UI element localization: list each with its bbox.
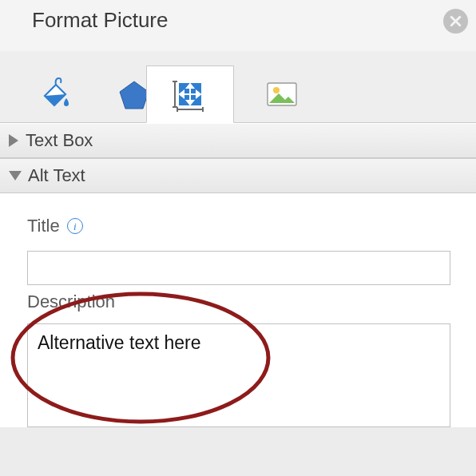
size-arrows-icon xyxy=(173,77,208,112)
section-alttext-label: Alt Text xyxy=(28,165,85,186)
fill-line-tab[interactable] xyxy=(12,65,96,123)
alttext-description-label: Description xyxy=(27,292,450,312)
picture-tab[interactable] xyxy=(240,65,323,123)
section-textbox-label: Text Box xyxy=(26,130,93,151)
paint-bucket-icon xyxy=(37,77,72,112)
panel-header: Format Picture xyxy=(0,0,476,51)
size-properties-tab[interactable] xyxy=(146,65,234,123)
panel-title: Format Picture xyxy=(32,8,169,33)
alttext-title-input[interactable] xyxy=(27,251,450,285)
svg-point-17 xyxy=(273,87,280,93)
svg-marker-2 xyxy=(120,81,149,109)
chevron-down-icon xyxy=(9,171,22,180)
info-icon[interactable]: i xyxy=(67,218,83,234)
alttext-panel: Title i Description Alternative text her… xyxy=(0,193,476,427)
alttext-description-input[interactable]: Alternative text here xyxy=(27,323,450,427)
alttext-title-label: Title xyxy=(27,216,60,236)
format-tabs xyxy=(0,51,476,123)
section-textbox-header[interactable]: Text Box xyxy=(0,123,476,158)
section-alttext-header[interactable]: Alt Text xyxy=(0,158,476,193)
picture-icon xyxy=(264,77,299,112)
close-button[interactable] xyxy=(443,9,468,34)
close-icon xyxy=(450,15,462,27)
chevron-right-icon xyxy=(9,134,18,147)
